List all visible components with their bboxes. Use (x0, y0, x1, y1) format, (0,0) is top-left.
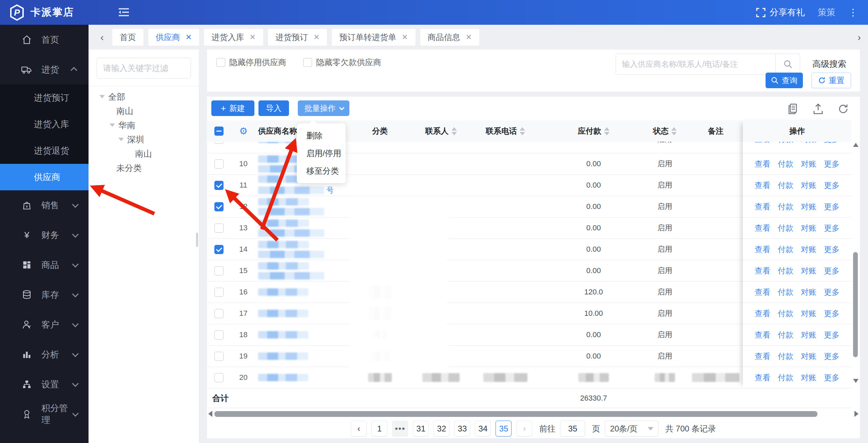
sidebar-item-财务[interactable]: ¥财务 (0, 220, 89, 250)
action-link-对账[interactable]: 对账 (801, 223, 816, 233)
menu-item-删除[interactable]: 删除 (297, 127, 346, 145)
action-link-查看[interactable]: 查看 (755, 201, 770, 212)
scroll-down-icon[interactable] (853, 379, 859, 383)
action-link-更多[interactable]: 更多 (824, 266, 840, 276)
sidebar-item-进货退货[interactable]: 进货退货 (0, 137, 89, 164)
tree-node-南山[interactable]: 南山 (89, 104, 199, 118)
row-checkbox[interactable] (214, 181, 224, 190)
action-link-对账[interactable]: 对账 (801, 266, 816, 276)
pagination-page-1[interactable]: 1 (371, 421, 387, 437)
checkbox-icon[interactable] (216, 58, 225, 67)
pagination-prev[interactable]: ‹ (351, 421, 367, 437)
supplier-name-cell[interactable] (256, 239, 343, 260)
app-logo-wrap[interactable]: P 卡派掌店 (0, 4, 74, 21)
row-checkbox[interactable] (214, 373, 224, 382)
row-checkbox[interactable] (214, 159, 224, 169)
sidebar-item-库存[interactable]: 库存 (0, 280, 89, 310)
action-link-更多[interactable]: 更多 (824, 223, 840, 233)
action-link-付款[interactable]: 付款 (778, 180, 793, 191)
tabs-scroll-left-icon[interactable]: ‹ (95, 32, 109, 43)
row-checkbox[interactable] (214, 266, 224, 275)
action-link-更多[interactable]: 更多 (824, 201, 840, 212)
action-link-查看[interactable]: 查看 (755, 266, 770, 276)
tab-进货预订[interactable]: 进货预订✕ (268, 29, 327, 46)
action-link-查看[interactable]: 查看 (755, 180, 770, 191)
tree-node-未分类[interactable]: 未分类 (89, 161, 199, 175)
tab-close-icon[interactable]: ✕ (402, 33, 408, 42)
action-link-查看[interactable]: 查看 (755, 159, 770, 169)
action-link-付款[interactable]: 付款 (778, 223, 793, 233)
action-link-对账[interactable]: 对账 (801, 287, 816, 297)
action-link-对账[interactable]: 对账 (801, 201, 816, 212)
user-name[interactable]: 策策 (818, 6, 835, 18)
hide-zero-debt-checkbox[interactable]: 隐藏零欠款供应商 (303, 57, 381, 68)
supplier-name-cell[interactable] (256, 196, 343, 217)
more-menu-icon[interactable]: ⋮ (848, 11, 858, 14)
pagination-ellipsis[interactable]: ••• (392, 421, 408, 437)
action-link-对账[interactable]: 对账 (801, 180, 816, 191)
action-link-查看[interactable]: 查看 (755, 244, 770, 255)
sort-up-icon[interactable] (451, 127, 457, 131)
supplier-name-cell[interactable] (256, 367, 343, 388)
action-link-付款[interactable]: 付款 (778, 266, 793, 276)
search-button[interactable] (775, 54, 800, 74)
supplier-name-cell[interactable] (256, 303, 343, 324)
sidebar-item-供应商[interactable]: 供应商 (0, 164, 89, 190)
tab-预订单转进货单[interactable]: 预订单转进货单✕ (332, 29, 415, 46)
tree-node-南山[interactable]: 南山 (89, 147, 199, 161)
action-link-更多[interactable]: 更多 (824, 159, 840, 169)
tab-首页[interactable]: 首页 (112, 29, 143, 46)
sidebar-item-设置[interactable]: 设置 (0, 369, 89, 399)
pagination-page-34[interactable]: 34 (475, 421, 491, 437)
select-all-checkbox[interactable] (214, 127, 224, 136)
tree-scrollbar-thumb[interactable] (196, 233, 198, 247)
action-link-对账[interactable]: 对账 (801, 244, 816, 255)
action-link-更多[interactable]: 更多 (824, 351, 840, 362)
row-checkbox[interactable] (214, 202, 224, 211)
sort-up-icon[interactable] (671, 127, 677, 131)
sort-up-icon[interactable] (604, 127, 610, 131)
menu-item-移至分类[interactable]: 移至分类 (297, 162, 346, 180)
column-header-联系电话[interactable]: 联系电话 (465, 120, 546, 142)
action-link-对账[interactable]: 对账 (801, 142, 816, 145)
action-link-更多[interactable]: 更多 (824, 287, 840, 297)
row-checkbox[interactable] (214, 330, 224, 340)
sidebar-item-首页[interactable]: 首页 (0, 25, 89, 55)
sidebar-item-进货[interactable]: 进货 (0, 55, 89, 84)
pagination-page-35[interactable]: 35 (496, 421, 512, 437)
column-header-应付款[interactable]: 应付款 (546, 120, 641, 142)
tab-close-icon[interactable]: ✕ (186, 33, 192, 42)
action-link-付款[interactable]: 付款 (778, 244, 793, 255)
column-header-状态[interactable]: 状态 (641, 120, 689, 142)
columns-settings-icon[interactable] (788, 103, 798, 114)
pagination-next[interactable]: › (516, 421, 532, 437)
caret-down-icon[interactable] (110, 123, 115, 127)
action-link-更多[interactable]: 更多 (824, 308, 840, 319)
scroll-right-icon[interactable] (854, 411, 859, 417)
supplier-name-cell[interactable] (256, 260, 343, 281)
row-checkbox[interactable] (214, 309, 224, 318)
row-checkbox[interactable] (214, 352, 224, 361)
sort-down-icon[interactable] (604, 132, 610, 135)
action-link-查看[interactable]: 查看 (755, 351, 770, 362)
action-link-付款[interactable]: 付款 (778, 287, 793, 297)
row-checkbox[interactable] (214, 245, 224, 254)
tab-close-icon[interactable]: ✕ (466, 33, 472, 42)
tab-商品信息[interactable]: 商品信息✕ (420, 29, 479, 46)
sort-up-icon[interactable] (520, 127, 525, 131)
row-checkbox[interactable] (214, 224, 224, 233)
scroll-left-icon[interactable] (208, 411, 212, 417)
tab-进货入库[interactable]: 进货入库✕ (204, 29, 263, 46)
sidebar-collapse-icon[interactable] (118, 7, 130, 18)
tree-node-华南[interactable]: 华南 (89, 118, 199, 132)
reset-button[interactable]: 重置 (811, 73, 851, 88)
tree-filter-field[interactable] (97, 58, 191, 79)
sidebar-item-进货预订[interactable]: 进货预订 (0, 84, 89, 111)
checkbox-icon[interactable] (303, 58, 312, 67)
tree-node-全部[interactable]: 全部 (89, 90, 199, 104)
action-link-付款[interactable]: 付款 (778, 351, 793, 362)
action-link-付款[interactable]: 付款 (778, 201, 793, 212)
sort-down-icon[interactable] (520, 132, 525, 135)
pagination-page-33[interactable]: 33 (454, 421, 470, 437)
sort-icons[interactable] (520, 127, 525, 135)
